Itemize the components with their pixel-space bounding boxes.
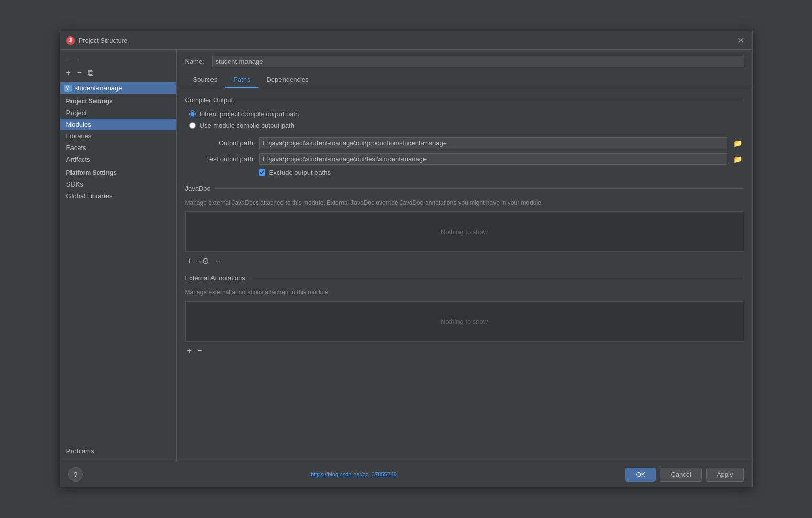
title-bar-left: J Project Structure	[66, 36, 128, 45]
radio-row-module: Use module compile output path	[189, 122, 744, 129]
radio-use-module[interactable]	[189, 122, 196, 129]
main-content: Name: Sources Paths Dependencies C	[177, 50, 752, 462]
output-path-row: Output path: 📁	[189, 137, 744, 149]
name-label: Name:	[185, 58, 208, 65]
sidebar: ← → + − ⧉ M student-manage Project Setti…	[60, 50, 177, 462]
javadoc-add-from-button[interactable]: +⊙	[196, 256, 211, 266]
sidebar-item-global-libraries-label: Global Libraries	[66, 192, 113, 200]
exclude-output-paths-checkbox[interactable]	[259, 169, 265, 176]
sidebar-item-libraries[interactable]: Libraries	[60, 130, 176, 142]
javadoc-remove-button[interactable]: −	[213, 256, 222, 266]
sidebar-item-modules[interactable]: Modules	[60, 119, 176, 130]
test-output-path-label: Test output path:	[189, 155, 255, 163]
sidebar-item-modules-label: Modules	[66, 121, 91, 128]
tab-dependencies-label: Dependencies	[266, 76, 308, 83]
tabs-bar: Sources Paths Dependencies	[177, 71, 752, 88]
test-output-path-input[interactable]	[259, 153, 727, 165]
javadoc-toolbar: + +⊙ −	[185, 254, 744, 268]
sidebar-item-problems-label: Problems	[66, 447, 94, 455]
javadoc-description: Manage external JavaDocs attached to thi…	[185, 198, 744, 207]
external-annotations-label: External Annotations	[185, 274, 245, 282]
radio-group-output: Inherit project compile output path Use …	[189, 110, 744, 129]
forward-arrow-button[interactable]: →	[74, 56, 81, 64]
sidebar-item-artifacts-label: Artifacts	[66, 156, 90, 163]
ok-button[interactable]: OK	[625, 468, 656, 482]
output-path-folder-button[interactable]: 📁	[731, 138, 744, 149]
tab-content-paths: Compiler Output Inherit project compile …	[177, 88, 752, 462]
radio-row-inherit: Inherit project compile output path	[189, 110, 744, 118]
compiler-output-section-title: Compiler Output	[185, 96, 744, 104]
external-annotations-add-button[interactable]: +	[185, 346, 194, 356]
copy-module-button[interactable]: ⧉	[86, 68, 95, 78]
dialog-title: Project Structure	[79, 36, 128, 44]
external-annotations-section: External Annotations Manage external ann…	[185, 274, 744, 358]
external-annotations-empty-panel: Nothing to show	[185, 301, 744, 342]
add-module-button[interactable]: +	[64, 68, 73, 78]
external-annotations-description: Manage external annotations attached to …	[185, 288, 744, 297]
tab-sources[interactable]: Sources	[185, 71, 226, 88]
javadoc-add-button[interactable]: +	[185, 256, 194, 266]
footer-link[interactable]: https://blog.csdn.net/qq_37855749	[311, 471, 397, 477]
external-annotations-remove-button[interactable]: −	[196, 346, 204, 356]
sidebar-item-facets-label: Facets	[66, 144, 86, 152]
output-path-label: Output path:	[189, 139, 255, 147]
platform-settings-section-label: Platform Settings	[60, 165, 176, 178]
dialog-footer: ? https://blog.csdn.net/qq_37855749 OK C…	[60, 462, 752, 487]
sidebar-item-libraries-label: Libraries	[66, 132, 92, 140]
module-item-student-manage[interactable]: M student-manage	[60, 82, 176, 94]
output-path-input[interactable]	[259, 137, 727, 149]
help-button[interactable]: ?	[68, 467, 83, 482]
tab-paths[interactable]: Paths	[225, 71, 258, 88]
sidebar-item-sdks[interactable]: SDKs	[60, 178, 176, 190]
back-arrow-button[interactable]: ←	[64, 56, 72, 64]
title-bar: J Project Structure ✕	[60, 31, 752, 50]
apply-button[interactable]: Apply	[706, 468, 744, 482]
tab-sources-label: Sources	[193, 76, 218, 83]
remove-module-button[interactable]: −	[75, 68, 84, 78]
exclude-output-paths-label: Exclude output paths	[269, 169, 331, 176]
javadoc-section: JavaDoc Manage external JavaDocs attache…	[185, 184, 744, 268]
javadoc-label: JavaDoc	[185, 184, 211, 192]
name-row: Name:	[177, 50, 752, 71]
module-item-label: student-manage	[75, 84, 122, 92]
tab-dependencies[interactable]: Dependencies	[258, 71, 316, 88]
sidebar-item-artifacts[interactable]: Artifacts	[60, 154, 176, 165]
dialog-body: ← → + − ⧉ M student-manage Project Setti…	[60, 50, 752, 462]
exclude-output-paths-row: Exclude output paths	[259, 169, 744, 176]
tab-paths-label: Paths	[233, 76, 250, 83]
project-structure-dialog: J Project Structure ✕ ← → + − ⧉ M studen…	[60, 31, 753, 487]
cancel-button[interactable]: Cancel	[660, 468, 701, 482]
javadoc-empty-panel: Nothing to show	[185, 211, 744, 252]
module-icon: M	[64, 85, 72, 92]
project-settings-section-label: Project Settings	[60, 94, 176, 107]
sidebar-item-problems[interactable]: Problems	[60, 444, 176, 458]
name-input[interactable]	[212, 56, 744, 67]
sidebar-item-global-libraries[interactable]: Global Libraries	[60, 190, 176, 202]
radio-inherit[interactable]	[189, 110, 196, 117]
radio-inherit-label: Inherit project compile output path	[200, 110, 299, 118]
javadoc-section-title: JavaDoc	[185, 184, 744, 192]
test-output-path-row: Test output path: 📁	[189, 153, 744, 165]
javadoc-empty-text: Nothing to show	[441, 228, 488, 236]
compiler-output-label: Compiler Output	[185, 96, 233, 104]
sidebar-item-sdks-label: SDKs	[66, 180, 83, 188]
sidebar-item-project-label: Project	[66, 109, 87, 117]
test-output-path-folder-button[interactable]: 📁	[731, 154, 744, 164]
sidebar-toolbar: + − ⧉	[60, 66, 176, 82]
close-button[interactable]: ✕	[735, 35, 746, 46]
nav-arrows: ← →	[60, 54, 176, 66]
external-annotations-section-title: External Annotations	[185, 274, 744, 282]
sidebar-item-project[interactable]: Project	[60, 107, 176, 119]
sidebar-item-facets[interactable]: Facets	[60, 142, 176, 154]
radio-use-module-label: Use module compile output path	[200, 122, 294, 129]
external-annotations-empty-text: Nothing to show	[441, 318, 488, 325]
external-annotations-toolbar: + −	[185, 344, 744, 358]
app-icon: J	[66, 36, 75, 45]
